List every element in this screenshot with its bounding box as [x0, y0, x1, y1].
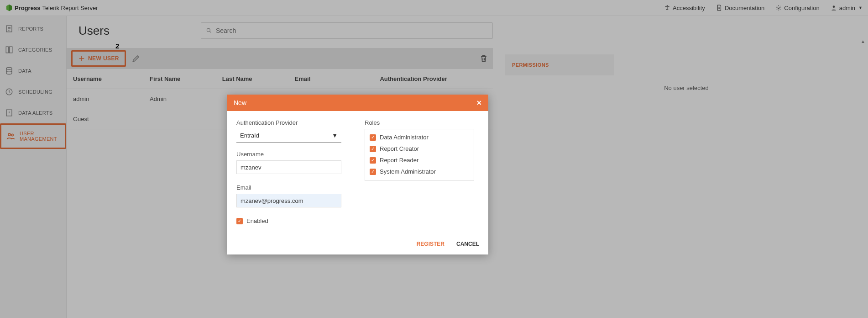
roles-list: ✓Data Administrator ✓Report Creator ✓Rep… [365, 129, 474, 181]
role-checkbox[interactable]: ✓System Administrator [370, 168, 469, 175]
auth-provider-label: Authentication Provider [236, 119, 351, 126]
role-label: Data Administrator [380, 134, 429, 141]
roles-label: Roles [365, 119, 479, 126]
role-label: Report Reader [380, 157, 418, 164]
role-label: System Administrator [380, 168, 436, 175]
modal-right-column: Roles ✓Data Administrator ✓Report Creato… [365, 119, 479, 229]
role-checkbox[interactable]: ✓Report Creator [370, 145, 469, 152]
role-checkbox[interactable]: ✓Data Administrator [370, 134, 469, 141]
checkbox-icon: ✓ [370, 134, 376, 141]
modal-left-column: Authentication Provider EntraId ▼ Userna… [236, 119, 351, 229]
role-checkbox[interactable]: ✓Report Reader [370, 157, 469, 164]
email-input[interactable] [236, 194, 341, 207]
close-icon: ✕ [476, 99, 482, 106]
close-button[interactable]: ✕ [476, 99, 482, 106]
modal-title: New [234, 99, 246, 106]
enabled-label: Enabled [246, 217, 268, 224]
auth-provider-select[interactable]: EntraId ▼ [236, 129, 341, 143]
modal-header: New ✕ [227, 95, 488, 111]
email-label: Email [236, 184, 351, 191]
new-user-modal: New ✕ Authentication Provider EntraId ▼ … [227, 95, 488, 254]
username-input[interactable] [236, 160, 341, 174]
username-label: Username [236, 151, 351, 158]
role-label: Report Creator [380, 145, 419, 152]
checkbox-icon: ✓ [236, 218, 243, 224]
checkbox-icon: ✓ [370, 157, 376, 164]
cancel-button[interactable]: CANCEL [456, 241, 479, 247]
checkbox-icon: ✓ [370, 146, 376, 152]
checkbox-icon: ✓ [370, 169, 376, 175]
chevron-down-icon: ▼ [332, 132, 338, 139]
select-value: EntraId [240, 132, 259, 139]
modal-footer: REGISTER CANCEL [227, 233, 488, 254]
register-button[interactable]: REGISTER [417, 241, 444, 247]
enabled-checkbox-row[interactable]: ✓ Enabled [236, 217, 351, 224]
